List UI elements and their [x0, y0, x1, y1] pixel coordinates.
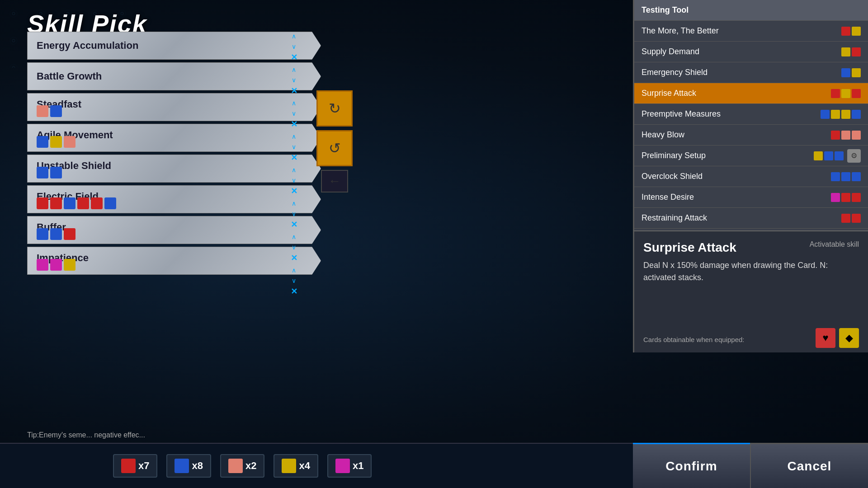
control-pair-impatience: ∧∨✕: [276, 266, 312, 296]
ctrl-x-steadfast[interactable]: ✕: [288, 119, 300, 129]
left-skill-dots-agile-movement: [37, 136, 75, 148]
right-skill-item-supply-demand[interactable]: Supply Demand: [634, 42, 868, 62]
ctrl-down-battle-growth[interactable]: ∨: [288, 75, 300, 84]
small-dot-salmon: [841, 131, 850, 140]
right-skill-item-testing-tool[interactable]: Testing Tool: [634, 0, 868, 21]
ctrl-up-unstable-shield[interactable]: ∧: [288, 165, 300, 174]
ctrl-up-agile-movement[interactable]: ∧: [288, 132, 300, 141]
small-dot-pink: [831, 193, 840, 202]
tip-text: Tip:Enemy's seme... negative effec...: [27, 431, 145, 439]
right-skill-name-emergency-shield: Emergency Shield: [642, 68, 841, 77]
ctrl-up-energy-accumulation[interactable]: ∧: [288, 32, 300, 41]
ctrl-up-electric-field[interactable]: ∧: [288, 199, 300, 208]
small-dot-red: [841, 193, 850, 202]
right-skill-item-overclock-shield[interactable]: Overclock Shield: [634, 166, 868, 187]
resource-item-pink: x1: [327, 454, 372, 478]
ctrl-x-battle-growth[interactable]: ✕: [288, 86, 300, 96]
control-pair-agile-movement: ∧∨✕: [276, 132, 312, 163]
right-skill-dots-overclock-shield: [831, 172, 861, 181]
resource-count-yellow: x4: [299, 460, 310, 472]
ctrl-down-energy-accumulation[interactable]: ∨: [288, 42, 300, 51]
right-skill-item-surprise-attack[interactable]: Surprise Attack: [634, 83, 868, 104]
ctrl-x-agile-movement[interactable]: ✕: [288, 153, 300, 163]
dot-blue: [50, 228, 62, 240]
resource-item-blue: x8: [166, 454, 211, 478]
dot-red: [50, 197, 62, 209]
ctrl-up-impatience[interactable]: ∧: [288, 266, 300, 275]
ctrl-up-steadfast[interactable]: ∧: [288, 99, 300, 108]
right-skill-item-the-more-the-better[interactable]: The More, The Better: [634, 21, 868, 42]
small-dot-blue: [824, 151, 833, 160]
small-dot-yellow: [852, 27, 861, 36]
control-pair-battle-growth: ∧∨✕: [276, 65, 312, 96]
exchange-down-button[interactable]: ↺: [316, 130, 353, 166]
right-skill-name-the-more-the-better: The More, The Better: [642, 26, 841, 36]
right-skill-item-preliminary-setup[interactable]: Preliminary Setup⚙: [634, 145, 868, 166]
ctrl-down-electric-field[interactable]: ∨: [288, 209, 300, 218]
dot-pink: [50, 259, 62, 271]
ctrl-up-battle-growth[interactable]: ∧: [288, 65, 300, 74]
small-dot-yellow: [814, 151, 823, 160]
dot-salmon: [64, 136, 75, 148]
small-dot-red: [852, 214, 861, 223]
right-skill-item-emergency-shield[interactable]: Emergency Shield: [634, 62, 868, 83]
dot-red: [64, 228, 75, 240]
card-icons: ♥ ◆: [816, 328, 859, 348]
left-skill-dots-impatience: [37, 259, 75, 271]
ctrl-down-unstable-shield[interactable]: ∨: [288, 176, 300, 185]
gear-icon[interactable]: ⚙: [847, 149, 861, 163]
small-dot-red: [831, 89, 840, 98]
dot-red: [91, 197, 103, 209]
ctrl-x-impatience[interactable]: ✕: [288, 286, 300, 296]
back-arrow-button[interactable]: ←: [321, 170, 348, 192]
right-skill-item-preemptive-measures[interactable]: Preemptive Measures: [634, 104, 868, 125]
left-skill-name-unstable-shield: Unstable Shield: [37, 160, 311, 172]
control-pair-steadfast: ∧∨✕: [276, 99, 312, 129]
small-dot-yellow: [831, 110, 840, 119]
ctrl-down-impatience[interactable]: ∨: [288, 276, 300, 285]
control-pair-electric-field: ∧∨✕: [276, 199, 312, 230]
dot-pink: [37, 259, 48, 271]
right-skill-name-overclock-shield: Overclock Shield: [642, 172, 831, 181]
right-skill-dots-restraining-attack: [841, 214, 861, 223]
right-skill-dots-heavy-blow: [831, 131, 861, 140]
right-skill-dots-supply-demand: [841, 47, 861, 56]
ctrl-x-energy-accumulation[interactable]: ✕: [288, 52, 300, 62]
right-skill-item-intense-desire[interactable]: Intense Desire: [634, 187, 868, 208]
exchange-panel[interactable]: ↻ ↺ ←: [312, 90, 357, 192]
right-skill-item-heavy-blow[interactable]: Heavy Blow: [634, 125, 868, 145]
ctrl-down-agile-movement[interactable]: ∨: [288, 142, 300, 151]
ctrl-x-buffer[interactable]: ✕: [288, 253, 300, 263]
resource-icon-red: [121, 459, 136, 473]
control-pair-unstable-shield: ∧∨✕: [276, 165, 312, 196]
left-skill-name-agile-movement: Agile Movement: [37, 129, 311, 141]
ctrl-x-unstable-shield[interactable]: ✕: [288, 186, 300, 196]
left-skill-name-buffer: Buffer: [37, 221, 311, 233]
left-skill-dots-steadfast: [37, 105, 62, 117]
control-pair-energy-accumulation: ∧∨✕: [276, 32, 312, 62]
small-dot-blue: [821, 110, 830, 119]
cancel-button[interactable]: Cancel: [750, 443, 868, 488]
small-dot-red: [841, 27, 850, 36]
small-dot-yellow: [841, 110, 850, 119]
right-skill-name-restraining-attack: Restraining Attack: [642, 213, 841, 223]
controls-column: ∧∨✕∧∨✕∧∨✕∧∨✕∧∨✕∧∨✕∧∨✕∧∨✕: [276, 32, 312, 299]
resource-count-pink: x1: [353, 460, 363, 472]
action-buttons: Confirm Cancel: [633, 443, 868, 488]
resource-counters: x7x8x2x4x1: [113, 454, 372, 478]
small-dot-blue: [852, 110, 861, 119]
right-skill-dots-surprise-attack: [831, 89, 861, 98]
right-skill-name-intense-desire: Intense Desire: [642, 192, 831, 202]
ctrl-down-steadfast[interactable]: ∨: [288, 109, 300, 118]
ctrl-up-buffer[interactable]: ∧: [288, 232, 300, 241]
ctrl-x-electric-field[interactable]: ✕: [288, 220, 300, 230]
ctrl-down-buffer[interactable]: ∨: [288, 243, 300, 252]
right-skill-item-restraining-attack[interactable]: Restraining Attack: [634, 208, 868, 229]
dot-blue: [50, 105, 62, 117]
dot-blue: [37, 136, 48, 148]
small-dot-red: [831, 131, 840, 140]
exchange-up-button[interactable]: ↻: [316, 90, 353, 127]
confirm-button[interactable]: Confirm: [633, 443, 750, 488]
resource-count-salmon: x2: [245, 460, 256, 472]
dot-salmon: [37, 105, 48, 117]
